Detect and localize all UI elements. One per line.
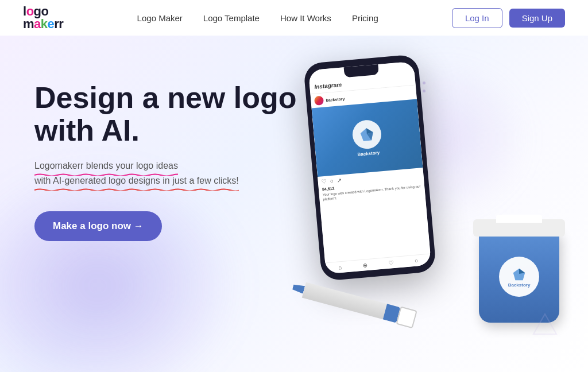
hero-visuals: Instagram backstory: [278, 47, 577, 369]
marker-main-body: [302, 282, 387, 319]
post-username: backstory: [326, 96, 345, 102]
nav-logo-maker[interactable]: Logo Maker: [137, 13, 183, 23]
phone-screen: Instagram backstory: [308, 61, 431, 274]
hero-content: Design a new logo with AI. Logomakerr bl…: [34, 82, 297, 241]
header: logo makerr Logo Maker Logo Template How…: [0, 0, 588, 36]
cta-button[interactable]: Make a logo now →: [34, 211, 162, 241]
hero-section: Design a new logo with AI. Logomakerr bl…: [0, 36, 588, 372]
profile-nav-icon: ○: [415, 257, 419, 264]
triangle-icon: [531, 311, 559, 340]
marker-cap: [396, 307, 417, 329]
cup-lid-top: [496, 215, 542, 223]
backstory-logo-icon: [358, 125, 377, 144]
cup-brand-name: Backstory: [508, 282, 531, 288]
comment-icon: ○: [330, 178, 334, 184]
share-icon: ↗: [336, 177, 342, 184]
post-brand-name: Backstory: [357, 150, 380, 157]
subtitle-line1: Logomakerr blends your logo ideas: [34, 158, 178, 173]
heart-nav-icon: ♡: [388, 259, 394, 266]
marker-tip: [292, 283, 305, 294]
login-button[interactable]: Log In: [452, 8, 502, 28]
nav-pricing[interactable]: Pricing: [352, 13, 378, 23]
search-nav-icon: ⊕: [362, 262, 368, 269]
triangle-decoration: [531, 311, 559, 340]
hero-subtitle: Logomakerr blends your logo ideas with A…: [34, 158, 297, 188]
post-image: Backstory: [312, 99, 423, 177]
phone-mockup: Instagram backstory: [312, 59, 427, 277]
home-nav-icon: ⌂: [338, 264, 342, 270]
like-icon: ♡: [321, 179, 327, 185]
main-nav: Logo Maker Logo Template How It Works Pr…: [137, 13, 378, 23]
nav-how-it-works[interactable]: How It Works: [280, 13, 331, 23]
nav-logo-template[interactable]: Logo Template: [203, 13, 260, 23]
cup-shape: Backstory: [479, 231, 559, 323]
subtitle-line2: with AI-generated logo designs in just a…: [34, 173, 239, 188]
cup-logo-area: Backstory: [499, 257, 539, 297]
marker-pen-decoration: [288, 278, 417, 338]
marker-body: [291, 278, 417, 328]
phone-post: backstory Backstory: [310, 85, 430, 262]
post-logo: [351, 119, 382, 150]
logo[interactable]: logo makerr: [23, 5, 63, 30]
header-actions: Log In Sign Up: [452, 8, 565, 28]
instagram-logo: Instagram: [314, 82, 342, 90]
signup-button[interactable]: Sign Up: [509, 9, 565, 28]
post-avatar: [314, 96, 324, 106]
hero-title: Design a new logo with AI.: [34, 82, 297, 147]
cup-brand-logo: [511, 266, 527, 282]
